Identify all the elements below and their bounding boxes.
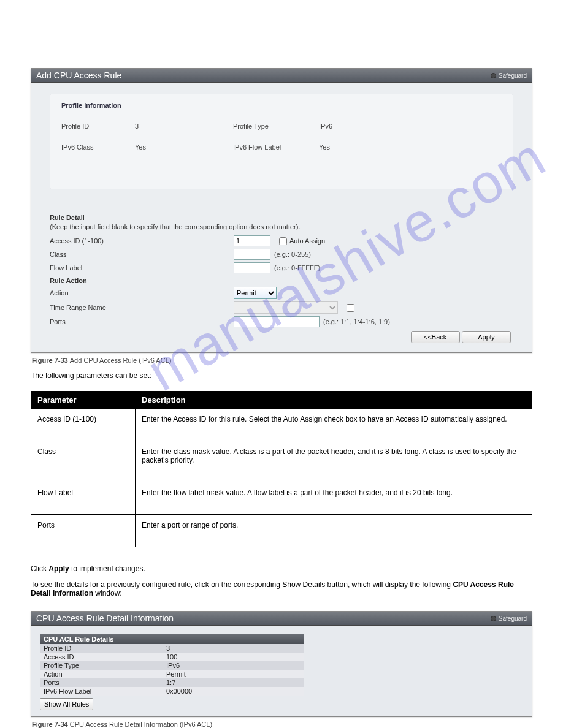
- auto-assign-wrap[interactable]: Auto Assign: [279, 237, 325, 245]
- time-range-label: Time Range Name: [50, 304, 234, 311]
- panel2-header: CPU Access Rule Detail Information Safeg…: [31, 612, 532, 626]
- detail-value: 3: [163, 644, 304, 653]
- detail-value: 1:7: [163, 678, 304, 687]
- rule-action-title: Rule Action: [50, 277, 513, 284]
- params-header-parameter: Parameter: [31, 392, 136, 409]
- back-button[interactable]: <<Back: [411, 331, 460, 343]
- cpu-access-rule-detail-panel: CPU Access Rule Detail Information Safeg…: [31, 611, 532, 717]
- detail-key: Action: [40, 670, 163, 678]
- top-rule: [31, 25, 532, 25]
- action-select[interactable]: Permit: [234, 287, 277, 299]
- auto-assign-checkbox[interactable]: [279, 237, 287, 245]
- table-row: Access ID (1-100) Enter the Access ID fo…: [31, 409, 532, 441]
- access-id-label: Access ID (1-100): [50, 237, 234, 245]
- flow-label-label: Flow Label: [50, 264, 234, 271]
- flow-label-input[interactable]: [234, 262, 270, 273]
- figure-1-prefix: Figure 7-33: [32, 357, 70, 364]
- figure-2-caption: Figure 7-34 CPU Access Rule Detail Infor…: [32, 721, 532, 728]
- ports-hint: (e.g.: 1:1, 1:4-1:6, 1:9): [323, 318, 390, 325]
- safeguard-label: Safeguard: [499, 72, 527, 79]
- param-desc: Enter the Access ID for this rule. Selec…: [136, 409, 532, 441]
- detail-key: Ports: [40, 678, 163, 687]
- flow-label-hint: (e.g.: 0-FFFFF): [274, 264, 320, 271]
- detail-key: Profile ID: [40, 644, 163, 653]
- param-desc: Enter the flow label mask value. A flow …: [136, 482, 532, 515]
- apply-note: Click Apply to implement changes.: [31, 564, 532, 573]
- safeguard-icon: [491, 73, 496, 78]
- panel-header: Add CPU Access Rule Safeguard: [31, 69, 532, 83]
- profile-type-label: Profile Type: [233, 123, 319, 130]
- profile-id-label: Profile ID: [61, 123, 135, 130]
- ports-input[interactable]: [234, 316, 320, 327]
- time-range-select[interactable]: [234, 301, 338, 314]
- figure-2-text: CPU Access Rule Detail Information (IPv6…: [70, 721, 212, 728]
- safeguard-badge: Safeguard: [491, 72, 527, 79]
- table-row: Access ID100: [40, 653, 304, 661]
- param-name: Flow Label: [31, 482, 136, 515]
- auto-assign-label: Auto Assign: [289, 237, 325, 245]
- table-row: Flow Label Enter the flow label mask val…: [31, 482, 532, 515]
- params-header-description: Description: [136, 392, 532, 409]
- panel-title: Add CPU Access Rule: [36, 70, 121, 80]
- rule-detail-title: Rule Detail: [50, 214, 513, 221]
- table-row: IPv6 Flow Label0x00000: [40, 687, 304, 696]
- table-row: Profile TypeIPv6: [40, 661, 304, 670]
- detail-intro: To see the details for a previously conf…: [31, 580, 532, 597]
- profile-info-title: Profile Information: [61, 102, 502, 109]
- add-cpu-access-rule-panel: Add CPU Access Rule Safeguard Profile In…: [31, 68, 532, 353]
- ipv6-flow-label-value: Yes: [319, 143, 380, 151]
- ipv6-class-value: Yes: [135, 143, 233, 151]
- parameters-table: Parameter Description Access ID (1-100) …: [31, 391, 532, 547]
- param-name: Class: [31, 441, 136, 482]
- detail-value: IPv6: [163, 661, 304, 670]
- show-all-rules-button[interactable]: Show All Rules: [40, 698, 93, 710]
- table-row: ActionPermit: [40, 670, 304, 678]
- action-label: Action: [50, 289, 234, 297]
- table-row: Profile ID3: [40, 644, 304, 653]
- profile-id-value: 3: [135, 123, 233, 130]
- table-row: Ports Enter a port or range of ports.: [31, 515, 532, 547]
- profile-info-box: Profile Information Profile ID 3 Profile…: [50, 94, 513, 189]
- cpu-acl-details-head: CPU ACL Rule Details: [40, 634, 304, 644]
- figure-2-prefix: Figure 7-34: [32, 721, 70, 728]
- panel2-title: CPU Access Rule Detail Information: [36, 613, 174, 623]
- profile-type-value: IPv6: [319, 123, 380, 130]
- access-id-input[interactable]: [234, 235, 270, 246]
- ipv6-flow-label-label: IPv6 Flow Label: [233, 143, 319, 151]
- ports-label: Ports: [50, 318, 234, 325]
- class-label: Class: [50, 251, 234, 258]
- table-row: Ports1:7: [40, 678, 304, 687]
- time-range-check-wrap[interactable]: [347, 304, 354, 312]
- apply-button[interactable]: Apply: [462, 331, 511, 343]
- class-input[interactable]: [234, 249, 270, 260]
- param-desc: Enter a port or range of ports.: [136, 515, 532, 547]
- detail-value: 100: [163, 653, 304, 661]
- detail-key: IPv6 Flow Label: [40, 687, 163, 696]
- params-intro: The following parameters can be set:: [31, 371, 532, 380]
- cpu-acl-details-table: Profile ID3 Access ID100 Profile TypeIPv…: [40, 644, 304, 696]
- detail-key: Profile Type: [40, 661, 163, 670]
- time-range-checkbox[interactable]: [347, 304, 354, 312]
- param-name: Access ID (1-100): [31, 409, 136, 441]
- class-hint: (e.g.: 0-255): [274, 251, 311, 258]
- safeguard-icon: [491, 616, 496, 621]
- param-name: Ports: [31, 515, 136, 547]
- table-row: Class Enter the class mask value. A clas…: [31, 441, 532, 482]
- ipv6-class-label: IPv6 Class: [61, 143, 135, 151]
- safeguard-label: Safeguard: [499, 615, 527, 622]
- detail-value: 0x00000: [163, 687, 304, 696]
- safeguard-badge: Safeguard: [491, 615, 527, 622]
- figure-1-text: Add CPU Access Rule (IPv6 ACL): [70, 357, 172, 364]
- rule-detail-note: (Keep the input field blank to specify t…: [50, 223, 513, 230]
- detail-key: Access ID: [40, 653, 163, 661]
- figure-1-caption: Figure 7-33 Add CPU Access Rule (IPv6 AC…: [32, 357, 532, 364]
- param-desc: Enter the class mask value. A class is a…: [136, 441, 532, 482]
- detail-value: Permit: [163, 670, 304, 678]
